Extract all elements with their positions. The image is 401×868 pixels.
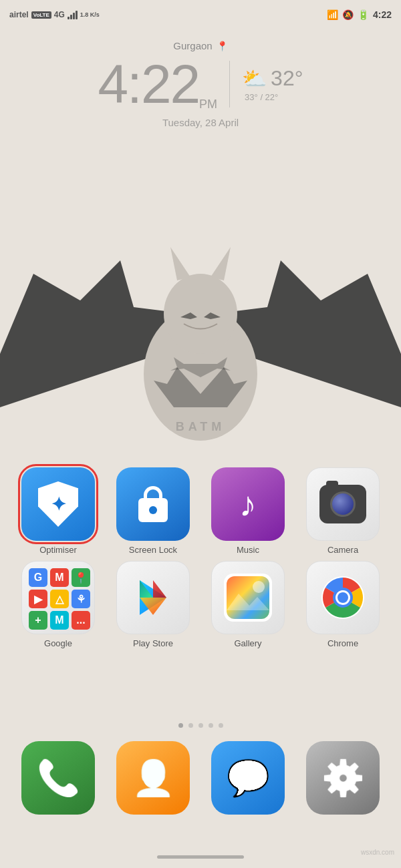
bar4 [76,11,78,19]
batm-watermark: BATM [176,420,226,434]
weather-info: ⛅ 32° 33° / 22° [242,66,303,102]
clock-row: 4:22 PM ⛅ 32° 33° / 22° [98,57,303,112]
app-chrome[interactable]: Chrome [298,561,388,648]
dot-1 [188,723,193,728]
google-label: Google [44,638,72,648]
settings-icon-symbol: ⚙️ [321,758,365,799]
playstore-svg [130,575,176,620]
battery-icon: 🔋 [358,9,369,20]
dot-3 [209,723,213,728]
camera-icon[interactable] [306,467,380,541]
svg-rect-10 [227,576,269,619]
lock-hole [149,506,157,514]
google-meet: M [50,611,69,630]
svg-point-2 [164,274,237,354]
time-display: 4:22 [373,9,392,20]
weather-divider [229,61,230,107]
chrome-label: Chrome [327,638,358,648]
shield-inner: ✦ [51,493,66,515]
carrier-label: airtel [9,10,29,19]
google-extra: ... [72,611,90,630]
dot-4 [219,723,223,728]
optimiser-icon[interactable]: ✦ [21,467,95,541]
bar1 [68,17,70,19]
lock-wrap [138,486,168,522]
google-youtube: ▶ [29,590,47,608]
app-camera[interactable]: Camera [298,467,388,555]
svg-point-16 [338,592,348,603]
dock-settings[interactable]: ⚙️ [298,741,388,815]
contacts-icon-symbol: 👤 [132,758,175,799]
google-photos: ⚘ [72,590,90,608]
music-label: Music [237,545,259,555]
app-music[interactable]: ♪ Music [203,467,293,555]
app-screenlock[interactable]: Screen Lock [108,467,198,555]
app-google[interactable]: G M 📍 ▶ △ ⚘ + M ... Google [13,561,103,648]
messages-icon[interactable]: 💬 [211,741,285,815]
date-text: Tuesday, 28 April [162,117,239,128]
camera-label: Camera [327,545,358,555]
google-maps: 📍 [72,568,90,587]
dock-messages[interactable]: 💬 [203,741,293,815]
google-g: G [29,568,47,587]
camera-bump [326,481,338,487]
mute-icon: 🔕 [342,9,354,20]
phone-icon-symbol: 📞 [37,758,80,799]
messages-icon-symbol: 💬 [227,758,270,799]
weather-icon: ⛅ [242,67,267,90]
location-text: Gurgaon [173,40,212,51]
lock-shackle [144,486,162,499]
app-playstore[interactable]: Play Store [108,561,198,648]
batman-wallpaper: BATM [0,220,401,474]
playstore-label: Play Store [133,638,173,648]
gallery-svg [224,574,272,622]
home-indicator[interactable] [157,855,244,859]
screenlock-label: Screen Lock [129,545,177,555]
bluetooth-icon: 📶 [327,9,338,20]
volte-badge: VoLTE [31,11,51,19]
google-icon[interactable]: G M 📍 ▶ △ ⚘ + M ... [21,561,95,634]
settings-icon[interactable]: ⚙️ [306,741,380,815]
page-dots [0,723,401,728]
screenlock-icon[interactable] [116,467,190,541]
watermark: wsxdn.com [361,849,394,856]
weather-range: 33° / 22° [245,92,278,102]
dock-contacts[interactable]: 👤 [108,741,198,815]
playstore-icon[interactable] [116,561,190,634]
app-grid-row2: G M 📍 ▶ △ ⚘ + M ... Google [0,561,401,648]
camera-lens [330,491,356,517]
batman-svg [0,220,401,474]
contacts-icon[interactable]: 👤 [116,741,190,815]
network-type: 4G [54,10,65,19]
google-fit: + [29,611,47,630]
google-apps-grid: G M 📍 ▶ △ ⚘ + M ... [22,562,94,634]
phone-icon[interactable]: 📞 [21,741,95,815]
app-gallery[interactable]: Gallery [203,561,293,648]
status-right: 📶 🔕 🔋 4:22 [327,9,392,20]
location-row: Gurgaon 📍 [173,40,227,51]
clock-period: PM [199,97,217,112]
svg-marker-8 [153,580,166,598]
bar3 [73,13,75,19]
status-left: airtel VoLTE 4G 1.8 K/s [9,10,100,19]
dot-2 [198,723,203,728]
chrome-svg [319,574,366,621]
app-optimiser[interactable]: ✦ Optimiser [13,467,103,555]
clock-time: 4:22 [98,57,200,112]
google-drive: △ [50,590,69,608]
chrome-icon[interactable] [306,561,380,634]
dock-phone[interactable]: 📞 [13,741,103,815]
weather-top: ⛅ 32° [242,66,303,91]
clock-area: Gurgaon 📍 4:22 PM ⛅ 32° 33° / 22° Tuesda… [0,40,401,128]
lock-body [138,498,168,522]
location-pin-icon: 📍 [217,41,228,51]
gallery-icon[interactable] [211,561,285,634]
gallery-label: Gallery [234,638,261,648]
shield-shape: ✦ [38,481,78,527]
svg-point-12 [253,581,265,593]
camera-body [319,485,366,523]
music-icon[interactable]: ♪ [211,467,285,541]
google-gmail: M [50,568,69,587]
app-grid-row1: ✦ Optimiser Screen Lock ♪ Music [0,467,401,555]
dot-0 [178,723,183,728]
